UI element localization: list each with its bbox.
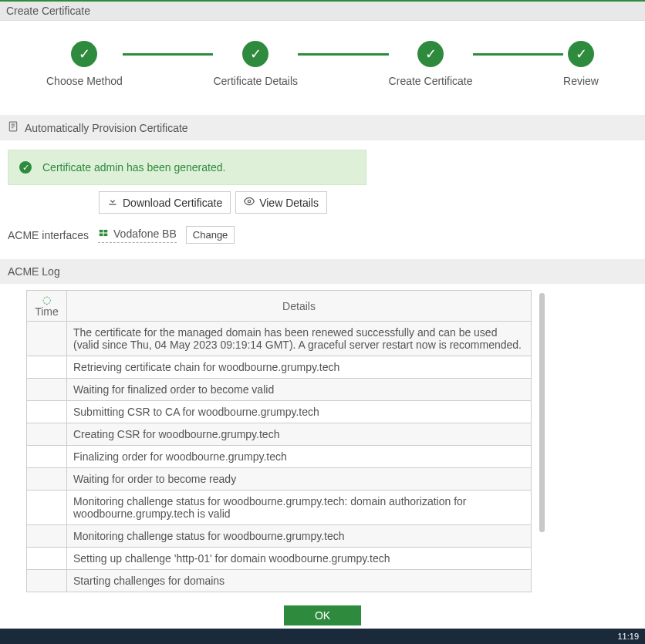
download-certificate-button[interactable]: Download Certificate <box>99 191 231 214</box>
column-header-details[interactable]: Details <box>67 291 532 322</box>
table-row: Monitoring challenge status for woodbour… <box>27 491 532 525</box>
change-interface-button[interactable]: Change <box>186 226 235 244</box>
log-details-cell: Waiting for order to become ready <box>67 468 532 491</box>
log-details-cell: Submitting CSR to CA for woodbourne.grum… <box>67 401 532 423</box>
log-details-cell: Finalizing order for woodbourne.grumpy.t… <box>67 446 532 468</box>
step-label: Review <box>563 75 599 87</box>
step-circle: ✓ <box>568 41 594 67</box>
table-row: Starting challenges for domains <box>27 570 532 592</box>
step-label: Certificate Details <box>213 75 298 87</box>
acme-log-wrap: ◌ Time Details The certificate for the m… <box>26 290 636 592</box>
check-icon: ✓ <box>425 46 437 62</box>
ok-button[interactable]: OK <box>284 605 361 625</box>
network-icon <box>98 228 109 241</box>
log-details-cell: Monitoring challenge status for woodbour… <box>67 525 532 548</box>
table-row: Creating CSR for woodbourne.grumpy.tech <box>27 423 532 446</box>
log-time-cell <box>27 322 67 356</box>
download-icon <box>107 196 118 209</box>
acme-log-table: ◌ Time Details The certificate for the m… <box>26 290 532 592</box>
view-details-button[interactable]: View Details <box>235 191 327 214</box>
step-circle: ✓ <box>417 41 444 67</box>
eye-icon <box>244 196 255 209</box>
log-time-cell <box>27 401 67 423</box>
log-time-cell <box>27 446 67 468</box>
log-details-cell: Starting challenges for domains <box>67 570 532 592</box>
log-details-cell: Setting up challenge 'http-01' for domai… <box>67 548 532 570</box>
success-message: Certificate admin has been generated. <box>42 161 225 174</box>
check-icon: ✓ <box>576 46 587 62</box>
page-title: Create Certificate <box>0 2 645 21</box>
log-time-cell <box>27 468 67 491</box>
log-time-cell <box>27 356 67 379</box>
step-certificate-details[interactable]: ✓ Certificate Details <box>213 41 298 87</box>
acme-interfaces-label: ACME interfaces <box>8 229 89 241</box>
log-details-cell: Retrieving certificate chain for woodbou… <box>67 356 532 379</box>
column-label: Time <box>35 305 59 318</box>
status-time: 11:19 <box>617 632 639 641</box>
button-label: Download Certificate <box>123 197 222 209</box>
svg-rect-3 <box>104 229 108 232</box>
log-time-cell <box>27 525 67 548</box>
log-details-cell: The certificate for the managed domain h… <box>67 322 532 356</box>
svg-rect-4 <box>100 233 103 236</box>
section-header: Automatically Provision Certificate <box>0 115 645 140</box>
section-title: Automatically Provision Certificate <box>25 122 188 134</box>
table-row: Monitoring challenge status for woodbour… <box>27 525 532 548</box>
step-choose-method[interactable]: ✓ Choose Method <box>46 41 123 87</box>
table-row: The certificate for the managed domain h… <box>27 322 532 356</box>
step-label: Create Certificate <box>389 75 473 87</box>
log-time-cell <box>27 423 67 446</box>
step-label: Choose Method <box>46 75 123 87</box>
log-time-cell <box>27 548 67 570</box>
table-row: Waiting for order to become ready <box>27 468 532 491</box>
log-details-cell: Monitoring challenge status for woodbour… <box>67 491 532 525</box>
step-connector <box>123 53 214 56</box>
check-circle-icon: ✓ <box>19 161 32 174</box>
step-connector <box>473 53 564 56</box>
step-review[interactable]: ✓ Review <box>563 41 599 87</box>
log-scrollbar[interactable] <box>539 293 545 532</box>
check-icon: ✓ <box>79 46 90 62</box>
interface-name: Vodafone BB <box>113 228 177 240</box>
interface-chip[interactable]: Vodafone BB <box>98 228 177 243</box>
svg-rect-5 <box>104 233 108 236</box>
footer-bar: OK <box>0 599 645 629</box>
table-row: Submitting CSR to CA for woodbourne.grum… <box>27 401 532 423</box>
log-time-cell <box>27 491 67 525</box>
table-row: Waiting for finalized order to become va… <box>27 379 532 401</box>
step-connector <box>298 53 389 56</box>
table-row: Setting up challenge 'http-01' for domai… <box>27 548 532 570</box>
check-icon: ✓ <box>250 46 262 62</box>
action-button-row: Download Certificate View Details <box>99 191 645 214</box>
log-details-cell: Waiting for finalized order to become va… <box>67 379 532 401</box>
status-bar: 11:19 <box>0 629 645 644</box>
log-time-cell <box>27 570 67 592</box>
svg-rect-2 <box>100 229 103 232</box>
log-details-cell: Creating CSR for woodbourne.grumpy.tech <box>67 423 532 446</box>
step-create-certificate[interactable]: ✓ Create Certificate <box>389 41 473 87</box>
step-circle: ✓ <box>242 41 268 67</box>
svg-point-1 <box>248 200 251 203</box>
success-alert: ✓ Certificate admin has been generated. <box>8 150 366 185</box>
spinner-icon: ◌ <box>32 294 62 305</box>
table-row: Finalizing order for woodbourne.grumpy.t… <box>27 446 532 468</box>
wizard-stepper: ✓ Choose Method ✓ Certificate Details ✓ … <box>0 21 645 101</box>
table-row: Retrieving certificate chain for woodbou… <box>27 356 532 379</box>
step-circle: ✓ <box>71 41 97 67</box>
acme-log-header: ACME Log <box>0 259 645 284</box>
log-time-cell <box>27 379 67 401</box>
acme-interfaces-row: ACME interfaces Vodafone BB Change <box>8 226 637 244</box>
certificate-icon <box>8 121 19 134</box>
column-header-time[interactable]: ◌ Time <box>27 291 67 322</box>
button-label: View Details <box>259 197 319 209</box>
